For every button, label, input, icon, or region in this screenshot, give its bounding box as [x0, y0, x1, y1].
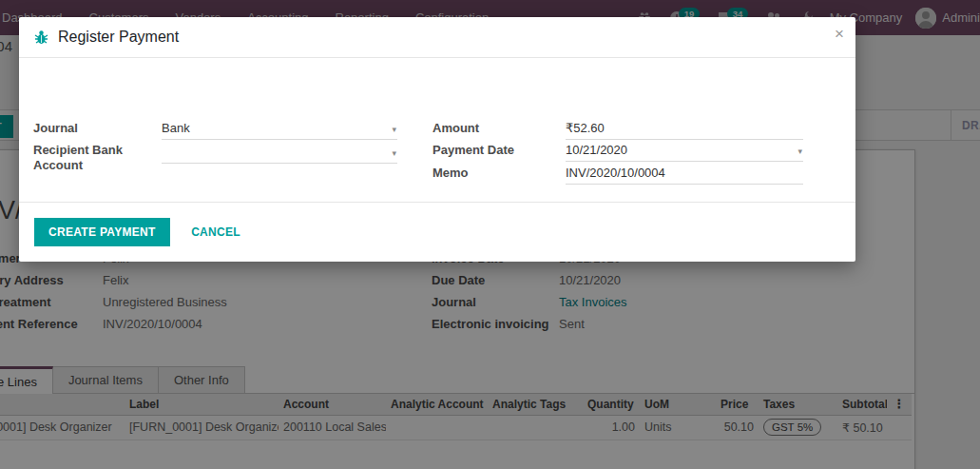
journal-label: Journal	[33, 121, 157, 135]
amount-input[interactable]: ₹52.60	[566, 121, 803, 140]
dialog-header: Register Payment ×	[19, 17, 855, 58]
payment-date-label: Payment Date	[432, 143, 556, 157]
create-payment-button[interactable]: CREATE PAYMENT	[34, 218, 170, 246]
dialog-footer: CREATE PAYMENT CANCEL	[19, 202, 855, 262]
close-icon[interactable]: ×	[835, 25, 844, 44]
journal-select[interactable]: Bank	[162, 121, 397, 140]
register-payment-dialog: Register Payment × Journal Bank Recipien…	[19, 17, 855, 262]
dialog-title: Register Payment	[58, 29, 179, 46]
payment-date-input[interactable]: 10/21/2020	[566, 143, 803, 162]
cancel-button[interactable]: CANCEL	[191, 225, 240, 239]
recipient-bank-account-select[interactable]	[162, 145, 397, 164]
amount-label: Amount	[432, 121, 556, 135]
bug-icon	[34, 29, 48, 45]
memo-input[interactable]: INV/2020/10/0004	[566, 166, 803, 185]
recipient-bank-account-label: Recipient Bank Account	[33, 143, 145, 173]
memo-label: Memo	[432, 166, 556, 180]
